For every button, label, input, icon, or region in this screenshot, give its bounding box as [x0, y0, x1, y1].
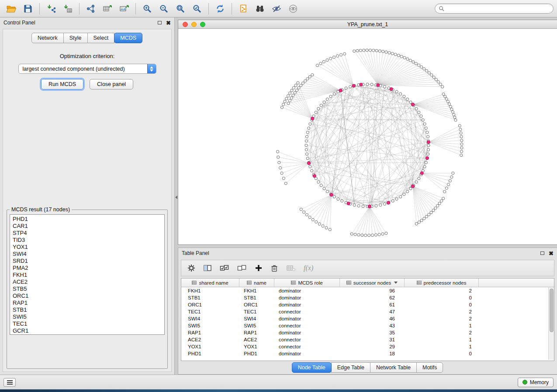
graph-node[interactable]: [318, 223, 321, 225]
graph-node[interactable]: [453, 116, 456, 119]
float-window-icon[interactable]: [158, 21, 162, 24]
graph-node[interactable]: [301, 82, 304, 85]
graph-node[interactable]: [449, 105, 452, 108]
graph-node[interactable]: [432, 209, 435, 212]
graph-node[interactable]: [460, 139, 463, 142]
graph-node[interactable]: [298, 86, 300, 89]
graph-node[interactable]: [371, 234, 374, 237]
graph-node[interactable]: [435, 78, 437, 81]
graph-node[interactable]: [403, 56, 406, 59]
tab-network[interactable]: Network: [31, 33, 64, 43]
tab-network-table[interactable]: Network Table: [370, 362, 417, 373]
graph-node[interactable]: [420, 115, 422, 117]
list-item[interactable]: STB5: [13, 285, 164, 292]
graph-dominator-node[interactable]: [411, 185, 414, 188]
graph-node[interactable]: [459, 128, 462, 131]
zoom-fit-button[interactable]: [173, 2, 188, 16]
graph-node[interactable]: [374, 234, 377, 236]
graph-node[interactable]: [451, 110, 454, 113]
table-row[interactable]: ORC1ORC1dominator610: [181, 301, 554, 308]
graph-node[interactable]: [397, 54, 400, 57]
sort-caret-icon[interactable]: [394, 282, 398, 284]
close-panel-icon[interactable]: ✖: [549, 251, 554, 256]
graph-node[interactable]: [423, 68, 426, 70]
graph-dominator-node[interactable]: [377, 84, 380, 87]
select-all-icon[interactable]: [220, 264, 229, 272]
list-item[interactable]: CAR1: [13, 223, 164, 230]
graph-node[interactable]: [443, 190, 446, 193]
refresh-view-button[interactable]: [212, 2, 228, 16]
graph-node[interactable]: [409, 101, 412, 103]
graph-node[interactable]: [382, 50, 384, 53]
graph-node[interactable]: [294, 84, 297, 86]
graph-node[interactable]: [370, 83, 373, 86]
graph-node[interactable]: [357, 234, 360, 236]
close-panel-button[interactable]: Close panel: [90, 79, 133, 89]
tab-node-table[interactable]: Node Table: [292, 362, 332, 373]
graph-node[interactable]: [325, 227, 328, 229]
tab-motifs[interactable]: Motifs: [416, 362, 443, 373]
float-window-icon[interactable]: [540, 251, 544, 255]
table-scrollbar[interactable]: [548, 287, 554, 360]
graph-node[interactable]: [427, 153, 429, 155]
import-table-button[interactable]: [60, 2, 76, 16]
list-item[interactable]: SRD1: [13, 258, 164, 265]
graph-node[interactable]: [383, 203, 386, 205]
graph-node[interactable]: [388, 52, 391, 54]
graph-node[interactable]: [444, 95, 446, 98]
graph-node[interactable]: [423, 217, 426, 220]
graph-node[interactable]: [329, 95, 332, 98]
graph-node[interactable]: [303, 211, 305, 213]
graph-node[interactable]: [323, 187, 325, 190]
graph-node[interactable]: [332, 56, 335, 58]
table-row[interactable]: RAP1RAP1dominator352: [181, 329, 554, 336]
graph-node[interactable]: [306, 131, 309, 134]
graph-node[interactable]: [418, 64, 420, 66]
graph-node[interactable]: [434, 207, 437, 210]
graph-node[interactable]: [381, 233, 384, 235]
graph-node[interactable]: [375, 49, 378, 52]
graph-node[interactable]: [364, 234, 367, 237]
list-item[interactable]: YOX1: [13, 244, 164, 251]
graph-node[interactable]: [445, 98, 448, 100]
graph-node[interactable]: [322, 60, 325, 63]
graph-node[interactable]: [311, 218, 314, 221]
graph-node[interactable]: [284, 182, 287, 185]
zoom-in-button[interactable]: [139, 2, 155, 16]
graph-dominator-node[interactable]: [339, 89, 342, 92]
graph-node[interactable]: [460, 154, 463, 157]
graph-node[interactable]: [329, 228, 331, 231]
graph-node[interactable]: [305, 140, 308, 142]
graph-node[interactable]: [287, 95, 289, 97]
column-header-shared-name[interactable]: shared name: [181, 279, 239, 287]
hide-preview-button[interactable]: [269, 2, 284, 16]
column-header-name[interactable]: name: [239, 279, 274, 287]
graph-node[interactable]: [366, 83, 369, 86]
splitter-collapse-icon[interactable]: [175, 196, 177, 199]
graph-node[interactable]: [440, 199, 443, 202]
graph-node[interactable]: [436, 204, 439, 207]
deselect-all-icon[interactable]: [237, 264, 247, 272]
graph-node[interactable]: [369, 49, 371, 52]
graph-node[interactable]: [368, 234, 370, 237]
tab-style[interactable]: Style: [63, 33, 88, 43]
graph-node[interactable]: [409, 59, 412, 62]
import-network-button[interactable]: [43, 2, 59, 16]
graph-node[interactable]: [406, 58, 409, 60]
graph-node[interactable]: [319, 62, 322, 65]
graph-node[interactable]: [297, 82, 299, 84]
graph-node[interactable]: [458, 124, 461, 127]
graph-node[interactable]: [345, 87, 347, 89]
network-window-titlebar[interactable]: YPA_prune.txt_1: [178, 20, 557, 29]
add-row-icon[interactable]: [255, 264, 263, 272]
zoom-selected-button[interactable]: [189, 2, 205, 16]
graph-node[interactable]: [406, 98, 409, 100]
graph-node[interactable]: [450, 175, 453, 178]
graph-node[interactable]: [415, 62, 417, 65]
graph-dominator-node[interactable]: [313, 174, 316, 177]
graph-node[interactable]: [285, 97, 288, 100]
graph-node[interactable]: [300, 208, 302, 211]
graph-node[interactable]: [454, 119, 457, 121]
columns-icon[interactable]: [203, 264, 212, 272]
graph-node[interactable]: [304, 79, 307, 82]
